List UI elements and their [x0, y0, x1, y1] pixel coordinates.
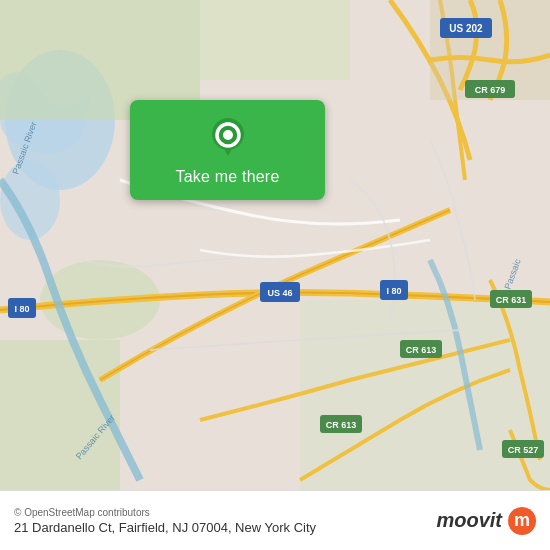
- svg-rect-4: [200, 0, 350, 80]
- svg-text:CR 679: CR 679: [475, 85, 506, 95]
- svg-text:CR 613: CR 613: [406, 345, 437, 355]
- svg-rect-6: [0, 340, 120, 490]
- svg-rect-7: [300, 300, 550, 490]
- location-card: Take me there: [130, 100, 325, 200]
- map-view: US 202 CR 679 I 80 I 80 US 46 CR 613 CR …: [0, 0, 550, 490]
- take-me-there-button[interactable]: Take me there: [176, 168, 280, 186]
- svg-point-34: [223, 130, 233, 140]
- footer-left: © OpenStreetMap contributors 21 Dardanel…: [14, 507, 316, 535]
- svg-text:US 202: US 202: [449, 23, 483, 34]
- svg-text:CR 613: CR 613: [326, 420, 357, 430]
- moovit-text: moovit: [436, 509, 502, 532]
- svg-text:CR 631: CR 631: [496, 295, 527, 305]
- svg-text:US 46: US 46: [267, 288, 292, 298]
- svg-text:I 80: I 80: [386, 286, 401, 296]
- moovit-dot-icon: m: [508, 507, 536, 535]
- svg-text:CR 527: CR 527: [508, 445, 539, 455]
- map-svg: US 202 CR 679 I 80 I 80 US 46 CR 613 CR …: [0, 0, 550, 490]
- osm-attribution: © OpenStreetMap contributors: [14, 507, 316, 518]
- address-label: 21 Dardanello Ct, Fairfield, NJ 07004, N…: [14, 520, 316, 535]
- location-pin-icon: [206, 116, 250, 160]
- moovit-logo: moovit m: [436, 507, 536, 535]
- svg-text:I 80: I 80: [14, 304, 29, 314]
- footer: © OpenStreetMap contributors 21 Dardanel…: [0, 490, 550, 550]
